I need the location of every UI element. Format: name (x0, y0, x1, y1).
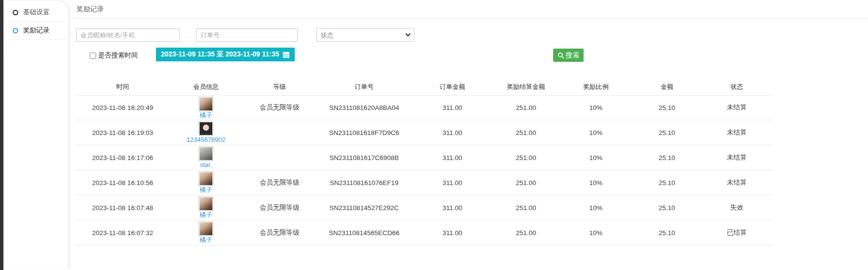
cell-reward-amount: 251.00 (493, 95, 559, 120)
col-header-reward-amount: 奖励结算金额 (493, 79, 559, 95)
cell-member: 橘子 (169, 95, 243, 120)
cell-order-amount: 311.00 (412, 170, 493, 195)
cell-member: star. (169, 145, 243, 170)
table-row: 2023-11-08 16:07:32 橘子 会员无限等级 SN23110814… (76, 220, 772, 245)
member-name-link[interactable]: 橘子 (200, 212, 212, 219)
radio-circle-icon (13, 28, 18, 33)
cell-member: 12345678902 (169, 120, 243, 145)
cell-member: 橘子 (169, 195, 243, 220)
cell-time: 2023-11-08 16:07:32 (76, 220, 169, 245)
date-range-text: 2023-11-09 11:35 至 2023-11-09 11:35 (161, 50, 279, 59)
status-badge: 未结算 (701, 95, 772, 120)
cell-time: 2023-11-08 16:20:49 (76, 95, 169, 120)
order-number-link[interactable]: SN2311081618F7D9C6 (316, 120, 412, 145)
cell-order-amount: 311.00 (412, 195, 493, 220)
page-title: 奖励记录 (74, 0, 868, 19)
cell-reward-amount: 251.00 (493, 170, 559, 195)
search-time-checkbox[interactable] (90, 53, 96, 59)
cell-reward-amount: 251.00 (493, 145, 559, 170)
col-header-order-no: 订单号 (316, 79, 412, 95)
cell-time: 2023-11-08 16:19:03 (76, 120, 169, 145)
order-number-link[interactable]: SN231108161076EF19 (316, 170, 412, 195)
order-number-link[interactable]: SN23110814565ECD66 (316, 220, 412, 245)
cell-level: 会员无限等级 (243, 170, 316, 195)
status-badge: 已结算 (701, 220, 772, 245)
col-header-level: 等级 (243, 79, 316, 95)
member-name-link[interactable]: 橘子 (200, 237, 212, 244)
cell-level (243, 120, 316, 145)
search-button[interactable]: 搜索 (553, 49, 584, 62)
status-badge: 未结算 (701, 120, 772, 145)
cell-amount: 25.10 (633, 195, 701, 220)
avatar-image (200, 222, 212, 235)
table-header-row: 时间 会员信息 等级 订单号 订单金额 奖励结算金额 奖励比例 金额 状态 (76, 79, 772, 95)
cell-ratio: 10% (559, 170, 633, 195)
cell-member: 橘子 (169, 220, 243, 245)
avatar-image (200, 172, 212, 185)
status-badge: 未结算 (701, 170, 772, 195)
window-edge-strip (0, 0, 3, 270)
col-header-time: 时间 (76, 79, 169, 95)
avatar[interactable] (199, 196, 213, 211)
cell-ratio: 10% (559, 145, 633, 170)
table-row: 2023-11-08 16:19:03 12345678902 SN231108… (76, 120, 772, 145)
cell-ratio: 10% (559, 95, 633, 120)
avatar[interactable] (199, 121, 213, 136)
order-number-link[interactable]: SN23110814527E292C (316, 195, 412, 220)
cell-ratio: 10% (559, 195, 633, 220)
order-number-link[interactable]: SN2311081617C6908B (316, 145, 412, 170)
cell-order-amount: 311.00 (412, 145, 493, 170)
sidebar-item-reward-records[interactable]: 奖励记录 (3, 22, 69, 40)
col-header-ratio: 奖励比例 (559, 79, 633, 95)
reward-records-table: 时间 会员信息 等级 订单号 订单金额 奖励结算金额 奖励比例 金额 状态 20… (76, 79, 772, 245)
status-select[interactable]: 状态 (316, 28, 414, 42)
col-header-amount: 金额 (633, 79, 701, 95)
date-range-button[interactable]: 2023-11-09 11:35 至 2023-11-09 11:35 (156, 48, 295, 61)
main-panel: 奖励记录 状态 是否搜索时间 2023-11-09 11:35 至 2023-1… (74, 0, 868, 270)
cell-level: 会员无限等级 (243, 195, 316, 220)
avatar-image (200, 197, 212, 210)
member-name-link[interactable]: 12345678902 (186, 136, 226, 144)
table-row: 2023-11-08 16:20:49 橘子 会员无限等级 SN23110816… (76, 95, 772, 120)
cell-order-amount: 311.00 (412, 95, 493, 120)
cell-order-amount: 311.00 (412, 220, 493, 245)
sidebar-item-basic-settings[interactable]: 基础设置 (3, 3, 69, 22)
search-time-toggle[interactable]: 是否搜索时间 (90, 51, 138, 60)
cell-time: 2023-11-08 16:07:48 (76, 195, 169, 220)
member-name-link[interactable]: 橘子 (200, 187, 212, 194)
cell-order-amount: 311.00 (412, 120, 493, 145)
cell-amount: 25.10 (633, 145, 701, 170)
avatar[interactable] (199, 171, 213, 186)
cell-member: 橘子 (169, 170, 243, 195)
order-number-link[interactable]: SN2311081620A8BA04 (316, 95, 412, 120)
avatar[interactable] (199, 97, 213, 111)
avatar-image (200, 147, 212, 160)
cell-reward-amount: 251.00 (493, 220, 559, 245)
cell-reward-amount: 251.00 (493, 195, 559, 220)
avatar-image (200, 122, 212, 135)
search-button-label: 搜索 (566, 51, 580, 60)
cell-level: 会员无限等级 (243, 95, 316, 120)
avatar[interactable] (199, 221, 213, 236)
search-time-label: 是否搜索时间 (98, 51, 138, 60)
radio-circle-icon (13, 10, 18, 15)
member-name-link[interactable]: star. (200, 162, 212, 169)
cell-ratio: 10% (559, 120, 633, 145)
sidebar-item-label: 基础设置 (23, 8, 50, 17)
cell-reward-amount: 251.00 (493, 120, 559, 145)
cell-ratio: 10% (559, 220, 633, 245)
cell-time: 2023-11-08 16:17:06 (76, 145, 169, 170)
status-select-wrap: 状态 (316, 28, 414, 42)
sidebar-item-label: 奖励记录 (23, 26, 50, 35)
status-badge: 未结算 (701, 145, 772, 170)
col-header-member: 会员信息 (169, 79, 243, 95)
avatar[interactable] (199, 146, 213, 161)
member-search-input[interactable] (76, 28, 180, 42)
order-number-input[interactable] (196, 28, 298, 42)
cell-amount: 25.10 (633, 220, 701, 245)
table-row: 2023-11-08 16:10:56 橘子 会员无限等级 SN23110816… (76, 170, 772, 195)
cell-amount: 25.10 (633, 170, 701, 195)
member-name-link[interactable]: 橘子 (200, 112, 212, 119)
table-row: 2023-11-08 16:17:06 star. SN2311081617C6… (76, 145, 772, 170)
cell-level (243, 145, 316, 170)
